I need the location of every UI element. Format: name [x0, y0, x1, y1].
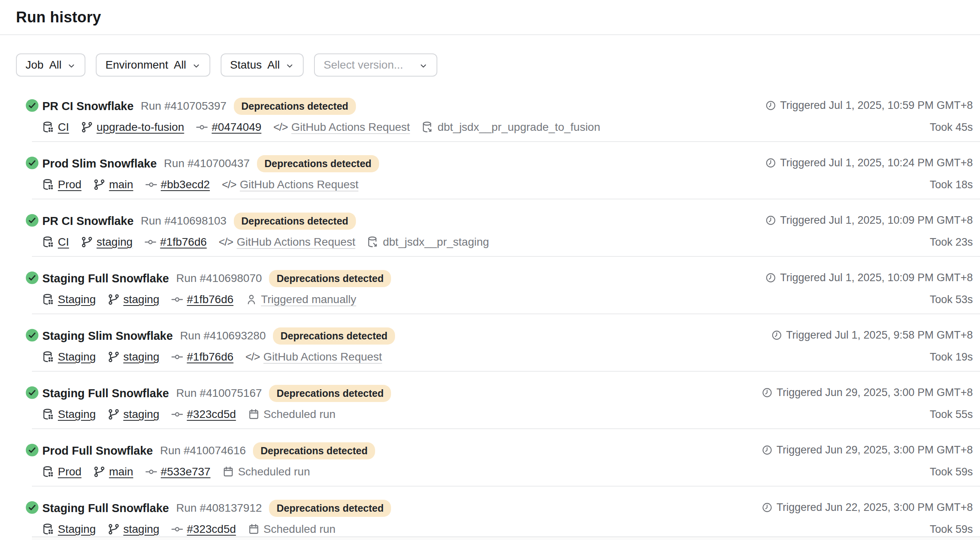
environment-link[interactable]: CI [58, 236, 69, 248]
commit-link[interactable]: #323cd5d [187, 408, 236, 421]
took-duration: Took 53s [930, 294, 973, 306]
environment-link[interactable]: Prod [58, 465, 81, 478]
environment-item: CI [42, 121, 69, 134]
branch-link[interactable]: main [109, 465, 133, 478]
environment-link[interactable]: Prod [58, 178, 81, 191]
triggered-timestamp: Triggered Jun 29, 2025, 3:00 PM GMT+8 [762, 444, 973, 456]
environment-link[interactable]: Staging [58, 523, 96, 536]
commit-link[interactable]: #1fb76d6 [187, 293, 233, 306]
environment-item: CI [42, 236, 69, 248]
took-duration: Took 18s [930, 179, 973, 191]
calendar-icon [248, 408, 260, 420]
branch-link[interactable]: staging [123, 351, 159, 363]
commit-link[interactable]: #0474049 [211, 121, 261, 134]
database-icon [42, 121, 54, 133]
deprecations-badge: Deprecations detected [269, 270, 391, 287]
trigger-label[interactable]: GitHub Actions Request [237, 236, 355, 248]
branch-link[interactable]: staging [123, 523, 159, 536]
run-name: Staging Full Snowflake [42, 502, 169, 515]
chevron-down-icon [285, 61, 294, 70]
calendar-icon [222, 466, 234, 478]
git-commit-icon [171, 523, 183, 535]
run-row[interactable]: PR CI Snowflake Run #410705397 Deprecati… [0, 85, 980, 142]
trigger-label[interactable]: GitHub Actions Request [263, 351, 382, 363]
run-number: Run #410693280 [180, 329, 266, 342]
took-duration: Took 55s [930, 408, 973, 421]
triggered-timestamp: Triggered Jul 1, 2025, 9:58 PM GMT+8 [771, 329, 973, 341]
environment-filter-label: Environment [105, 59, 168, 71]
environment-item: Staging [42, 293, 96, 306]
run-row[interactable]: Prod Slim Snowflake Run #410700437 Depre… [0, 142, 980, 199]
environment-link[interactable]: CI [58, 121, 69, 134]
clock-icon [771, 330, 782, 341]
database-icon [42, 351, 54, 363]
commit-link[interactable]: #533e737 [161, 465, 211, 478]
branch-link[interactable]: staging [123, 293, 159, 306]
branch-link[interactable]: main [109, 178, 133, 191]
commit-item: #1fb76d6 [144, 236, 207, 248]
check-circle-icon [26, 214, 39, 227]
trigger-item: Triggered manually [245, 293, 356, 306]
commit-link[interactable]: #323cd5d [187, 523, 236, 536]
code-icon: </> [219, 236, 233, 248]
trigger-label[interactable]: GitHub Actions Request [291, 121, 410, 134]
branch-item: staging [108, 408, 159, 421]
git-commit-icon [196, 121, 208, 133]
git-branch-icon [81, 236, 93, 248]
git-branch-icon [93, 466, 105, 478]
run-number: Run #410705397 [141, 100, 227, 112]
environment-link[interactable]: Staging [58, 351, 96, 363]
branch-item: main [93, 465, 133, 478]
run-row[interactable]: Staging Slim Snowflake Run #410693280 De… [0, 314, 980, 372]
run-row[interactable]: Staging Full Snowflake Run #408137912 De… [0, 487, 980, 540]
deprecations-badge: Deprecations detected [234, 213, 356, 230]
run-row[interactable]: Staging Full Snowflake Run #410075167 De… [0, 372, 980, 429]
commit-link[interactable]: #bb3ecd2 [161, 178, 210, 191]
environment-filter-dropdown[interactable]: Environment All [96, 53, 210, 77]
deprecations-badge: Deprecations detected [269, 500, 391, 517]
code-icon: </> [222, 179, 236, 191]
run-row[interactable]: PR CI Snowflake Run #410698103 Deprecati… [0, 199, 980, 257]
version-select-dropdown[interactable]: Select version... [314, 53, 437, 77]
job-filter-dropdown[interactable]: Job All [16, 53, 85, 77]
environment-link[interactable]: Staging [58, 293, 96, 306]
trigger-item: </> GitHub Actions Request [273, 121, 410, 134]
trigger-item: Scheduled run [222, 465, 310, 478]
git-commit-icon [171, 351, 183, 363]
commit-item: #323cd5d [171, 523, 236, 536]
trigger-label[interactable]: GitHub Actions Request [240, 178, 358, 191]
git-branch-icon [108, 408, 120, 420]
environment-link[interactable]: Staging [58, 408, 96, 421]
run-row[interactable]: Staging Full Snowflake Run #410698070 De… [0, 257, 980, 314]
status-filter-dropdown[interactable]: Status All [221, 53, 304, 77]
branch-link[interactable]: staging [123, 408, 159, 421]
trigger-item: </> GitHub Actions Request [245, 351, 382, 363]
database-arrow-icon [422, 121, 434, 133]
commit-link[interactable]: #1fb76d6 [160, 236, 207, 248]
clock-icon [765, 215, 776, 226]
status-filter-value: All [267, 59, 280, 71]
git-branch-icon [108, 294, 120, 305]
deprecations-badge: Deprecations detected [253, 442, 375, 459]
run-row[interactable]: Prod Full Snowflake Run #410074616 Depre… [0, 429, 980, 487]
commit-item: #533e737 [145, 465, 211, 478]
branch-item: main [93, 178, 133, 191]
check-circle-icon [26, 443, 39, 457]
code-icon: </> [273, 121, 288, 134]
commit-link[interactable]: #1fb76d6 [187, 351, 233, 363]
branch-item: staging [108, 293, 159, 306]
branch-link[interactable]: upgrade-to-fusion [97, 121, 184, 134]
database-icon [42, 523, 54, 535]
database-arrow-icon [367, 236, 379, 248]
check-circle-icon [26, 99, 39, 112]
run-number: Run #410698070 [176, 272, 262, 285]
status-filter-label: Status [230, 59, 262, 71]
branch-item: staging [108, 351, 159, 363]
git-branch-icon [108, 351, 120, 363]
chevron-down-icon [192, 61, 201, 70]
trigger-label[interactable]: Triggered manually [261, 293, 356, 306]
database-icon [42, 408, 54, 420]
branch-link[interactable]: staging [97, 236, 132, 248]
version-select-placeholder: Select version... [324, 59, 403, 71]
schema-name: dbt_jsdx__pr_upgrade_to_fusion [437, 121, 600, 134]
